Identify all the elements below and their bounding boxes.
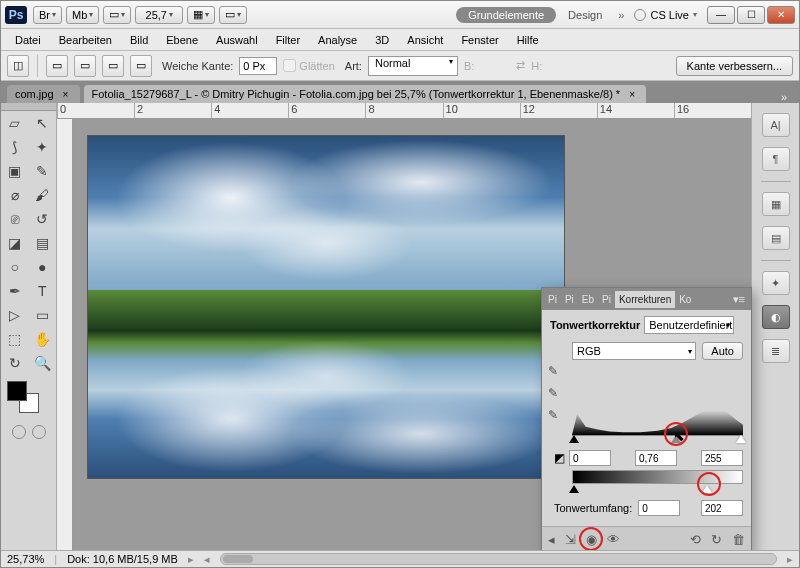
workspace-active[interactable]: Grundelemente bbox=[456, 7, 556, 23]
brush-tool-icon[interactable]: 🖌 bbox=[29, 183, 57, 207]
extras-dropdown[interactable]: ▭ bbox=[219, 6, 247, 24]
wand-tool-icon[interactable]: ✦ bbox=[29, 135, 57, 159]
panel-menu-icon[interactable]: ▾≡ bbox=[729, 293, 749, 306]
eyedropper-black-icon[interactable]: ✎ bbox=[548, 364, 558, 378]
menu-ansicht[interactable]: Ansicht bbox=[399, 31, 451, 49]
input-gamma-slider[interactable] bbox=[671, 435, 681, 443]
eyedropper-gray-icon[interactable]: ✎ bbox=[548, 386, 558, 400]
zoom-tool-icon[interactable]: 🔍 bbox=[29, 351, 57, 375]
minibridge-button[interactable]: Mb bbox=[66, 6, 99, 24]
color-swatches[interactable] bbox=[7, 381, 39, 413]
input-black-slider[interactable] bbox=[569, 435, 579, 443]
preset-dropdown[interactable]: Benutzerdefiniert bbox=[644, 316, 734, 334]
close-button[interactable]: ✕ bbox=[767, 6, 795, 24]
input-white-slider[interactable] bbox=[736, 435, 746, 443]
status-chevron-icon[interactable]: ▸ bbox=[188, 553, 194, 566]
menu-bearbeiten[interactable]: Bearbeiten bbox=[51, 31, 120, 49]
clip-layer-icon[interactable]: ◉ bbox=[586, 532, 597, 547]
zoom-dropdown[interactable]: 25,7 bbox=[135, 6, 183, 24]
eyedropper-tool-icon[interactable]: ✎ bbox=[29, 159, 57, 183]
eraser-tool-icon[interactable]: ◪ bbox=[1, 231, 29, 255]
channel-dropdown[interactable]: RGB bbox=[572, 342, 696, 360]
panel-tab[interactable]: Pi bbox=[544, 291, 561, 308]
feather-input[interactable] bbox=[239, 57, 277, 75]
panel-tab[interactable]: Pi bbox=[598, 291, 615, 308]
character-panel-icon[interactable]: A| bbox=[762, 113, 790, 137]
menu-datei[interactable]: Datei bbox=[7, 31, 49, 49]
cs-live-button[interactable]: CS Live ▾ bbox=[634, 9, 697, 21]
crop-tool-icon[interactable]: ▣ bbox=[1, 159, 29, 183]
healing-tool-icon[interactable]: ⌀ bbox=[1, 183, 29, 207]
pen-tool-icon[interactable]: ✒ bbox=[1, 279, 29, 303]
mode-select[interactable]: Normal bbox=[368, 56, 458, 76]
toolbox-collapse[interactable] bbox=[1, 103, 56, 111]
blur-tool-icon[interactable]: ○ bbox=[1, 255, 29, 279]
arrange-dropdown[interactable]: ▦ bbox=[187, 6, 215, 24]
sel-subtract-icon[interactable]: ▭ bbox=[102, 55, 124, 77]
status-doc[interactable]: Dok: 10,6 MB/15,9 MB bbox=[67, 553, 178, 565]
3d-tool-icon[interactable]: ⬚ bbox=[1, 327, 29, 351]
back-icon[interactable]: ◂ bbox=[548, 532, 555, 547]
adjustments-panel-icon[interactable]: ◐ bbox=[762, 305, 790, 329]
output-white-field[interactable]: 202 bbox=[701, 500, 743, 516]
sel-new-icon[interactable]: ▭ bbox=[46, 55, 68, 77]
refine-edge-button[interactable]: Kante verbessern... bbox=[676, 56, 793, 76]
status-zoom[interactable]: 25,73% bbox=[7, 553, 44, 565]
eyedropper-white-icon[interactable]: ✎ bbox=[548, 408, 558, 422]
menu-ebene[interactable]: Ebene bbox=[158, 31, 206, 49]
menu-hilfe[interactable]: Hilfe bbox=[509, 31, 547, 49]
output-black-field[interactable]: 0 bbox=[638, 500, 680, 516]
output-white-slider[interactable] bbox=[702, 485, 712, 493]
workspace-design[interactable]: Design bbox=[568, 9, 602, 21]
tabs-more-icon[interactable]: » bbox=[775, 91, 793, 103]
bridge-button[interactable]: Br bbox=[33, 6, 62, 24]
marquee-tool-icon[interactable]: ↖ bbox=[29, 111, 57, 135]
menu-fenster[interactable]: Fenster bbox=[453, 31, 506, 49]
panel-tab-korrekturen[interactable]: Korrekturen bbox=[615, 291, 675, 308]
document-tab-inactive[interactable]: com.jpg × bbox=[7, 85, 80, 103]
workspace-more-icon[interactable]: » bbox=[618, 9, 624, 21]
input-black-field[interactable]: 0 bbox=[569, 450, 611, 466]
document-tab-active[interactable]: Fotolia_15279687_L - © Dmitry Pichugin -… bbox=[84, 85, 647, 103]
menu-analyse[interactable]: Analyse bbox=[310, 31, 365, 49]
reset-icon[interactable]: ↻ bbox=[711, 532, 722, 547]
panel-tab[interactable]: Pi bbox=[561, 291, 578, 308]
swatches-panel-icon[interactable]: ▦ bbox=[762, 192, 790, 216]
trash-icon[interactable]: 🗑 bbox=[732, 532, 745, 547]
menu-3d[interactable]: 3D bbox=[367, 31, 397, 49]
expand-icon[interactable]: ⇲ bbox=[565, 532, 576, 547]
path-tool-icon[interactable]: ▷ bbox=[1, 303, 29, 327]
sel-intersect-icon[interactable]: ▭ bbox=[130, 55, 152, 77]
close-icon[interactable]: × bbox=[60, 88, 72, 100]
minimize-button[interactable]: — bbox=[707, 6, 735, 24]
menu-bild[interactable]: Bild bbox=[122, 31, 156, 49]
stamp-tool-icon[interactable]: ⎚ bbox=[1, 207, 29, 231]
hand-tool-icon[interactable]: ✋ bbox=[29, 327, 57, 351]
foreground-color[interactable] bbox=[7, 381, 27, 401]
paths-panel-icon[interactable]: ✦ bbox=[762, 271, 790, 295]
dodge-tool-icon[interactable]: ● bbox=[29, 255, 57, 279]
move-tool-icon[interactable]: ▱ bbox=[1, 111, 29, 135]
paragraph-panel-icon[interactable]: ¶ bbox=[762, 147, 790, 171]
lasso-tool-icon[interactable]: ⟆ bbox=[1, 135, 29, 159]
menu-auswahl[interactable]: Auswahl bbox=[208, 31, 266, 49]
layers-panel-icon[interactable]: ≣ bbox=[762, 339, 790, 363]
shape-tool-icon[interactable]: ▭ bbox=[29, 303, 57, 327]
screen-mode-button[interactable]: ▭ bbox=[103, 6, 131, 24]
rotate-tool-icon[interactable]: ↻ bbox=[1, 351, 29, 375]
scroll-horizontal[interactable] bbox=[220, 553, 777, 565]
screenmode-icon[interactable] bbox=[32, 425, 46, 439]
output-black-slider[interactable] bbox=[569, 485, 579, 493]
panel-tab[interactable]: Ko bbox=[675, 291, 695, 308]
quickmask-icon[interactable] bbox=[12, 425, 26, 439]
clip-icon[interactable]: ◩ bbox=[554, 451, 565, 465]
gradient-tool-icon[interactable]: ▤ bbox=[29, 231, 57, 255]
panel-tab[interactable]: Eb bbox=[578, 291, 598, 308]
input-gamma-field[interactable]: 0,76 bbox=[635, 450, 677, 466]
input-white-field[interactable]: 255 bbox=[701, 450, 743, 466]
visibility-icon[interactable]: 👁 bbox=[607, 532, 620, 547]
tool-preset-icon[interactable]: ◫ bbox=[7, 55, 29, 77]
menu-filter[interactable]: Filter bbox=[268, 31, 308, 49]
type-tool-icon[interactable]: T bbox=[29, 279, 57, 303]
prev-state-icon[interactable]: ⟲ bbox=[690, 532, 701, 547]
